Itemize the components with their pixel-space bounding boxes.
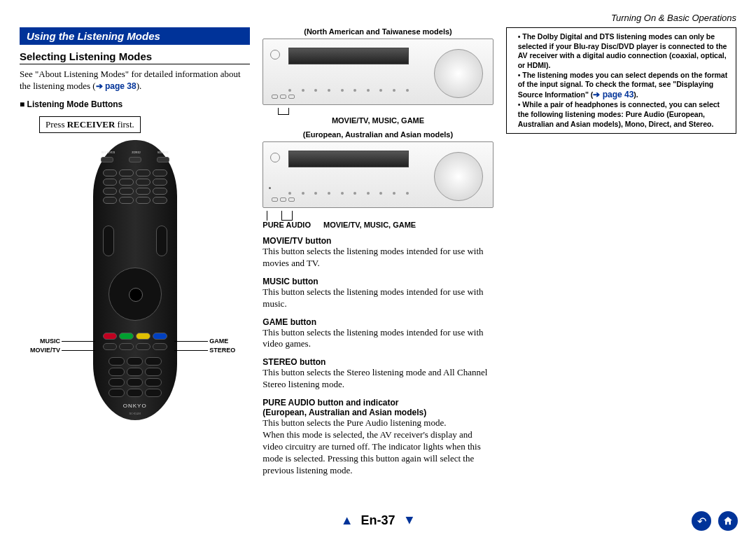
remote-label-music: MUSIC	[20, 338, 60, 345]
panel-eu-label: (European, Australian and Asian models)	[262, 130, 493, 139]
pure-audio-p2: When this mode is selected, the AV recei…	[262, 429, 493, 477]
remote-label-game: GAME	[209, 338, 250, 345]
music-button-text: This button selects the listening modes …	[262, 286, 493, 310]
arrow-icon: ➔	[96, 81, 103, 91]
note-3: While a pair of headphones is connected,…	[518, 100, 720, 127]
front-panel-na	[262, 39, 493, 105]
remote-top-receiver: RECEIVER	[102, 151, 115, 154]
pure-audio-sub: (European, Australian and Asian models)	[262, 408, 493, 417]
remote-model: RC-834M	[93, 412, 177, 415]
front-panel-eu	[262, 141, 493, 208]
listening-mode-buttons-label: ■ Listening Mode Buttons	[20, 99, 250, 109]
note-1: The Dolby Digital and DTS listening mode…	[518, 32, 727, 69]
remote-top-zone2: ZONE2	[132, 151, 141, 154]
stereo-button-text: This button selects the Stereo listening…	[262, 367, 493, 391]
subsection-heading: Selecting Listening Modes	[20, 50, 250, 62]
movietv-button-head: MOVIE/TV button	[262, 236, 493, 246]
game-button-head: GAME button	[262, 317, 493, 327]
panel-eu-caption-right: MOVIE/TV, MUSIC, GAME	[323, 221, 416, 229]
game-button-text: This button selects the listening modes …	[262, 327, 493, 351]
column-2: (North American and Taiwanese models) MO…	[262, 27, 493, 477]
column-1: Using the Listening Modes Selecting List…	[20, 27, 250, 477]
remote-label-stereo: STEREO	[209, 347, 250, 354]
note-2-close: ).	[634, 90, 638, 99]
note-2-link[interactable]: ➔ page 43	[593, 90, 634, 99]
notes-box: The Dolby Digital and DTS listening mode…	[506, 27, 736, 134]
page-number: En-37	[360, 513, 395, 527]
stereo-button-head: STEREO button	[262, 357, 493, 367]
home-icon[interactable]	[718, 511, 738, 531]
page-ref[interactable]: page 38	[105, 81, 136, 91]
callout-pre: Press	[46, 119, 67, 130]
panel-na-label: (North American and Taiwanese models)	[262, 27, 493, 36]
panel-eu-caption-left: PURE AUDIO	[262, 221, 311, 229]
callout-post: first.	[115, 119, 134, 130]
callout-bold: RECEIVER	[67, 119, 115, 130]
back-icon[interactable]: ↶	[692, 511, 711, 531]
chapter-title: Turning On & Basic Operations	[20, 13, 736, 23]
intro-link[interactable]: ➔ page 38	[96, 81, 136, 91]
intro-close: ).	[136, 81, 142, 91]
next-page-icon[interactable]: ▲	[403, 513, 416, 528]
pure-audio-head: PURE AUDIO button and indicator	[262, 398, 493, 408]
press-receiver-callout: Press RECEIVER first.	[39, 116, 141, 133]
remote-logo: ONKYO	[93, 403, 177, 409]
music-button-head: MUSIC button	[262, 277, 493, 286]
prev-page-icon[interactable]: ▲	[341, 513, 354, 528]
page-footer: ▲ En-37 ▲	[0, 513, 756, 528]
column-3: The Dolby Digital and DTS listening mode…	[506, 27, 736, 477]
remote-top-source: SOURCE	[158, 151, 169, 154]
movietv-button-text: This button selects the listening modes …	[262, 246, 493, 270]
note-2-pageref[interactable]: page 43	[603, 90, 634, 99]
pure-audio-p1: This button selects the Pure Audio liste…	[262, 417, 493, 429]
intro-text: See "About Listening Modes" for detailed…	[20, 69, 250, 92]
panel-na-caption: MOVIE/TV, MUSIC, GAME	[262, 116, 493, 125]
remote-label-movietv: MOVIE/TV	[20, 347, 60, 354]
remote-body: RECEIVERZONE2SOURCE	[93, 140, 177, 420]
remote-illustration: RECEIVERZONE2SOURCE	[20, 140, 250, 427]
section-title-bar: Using the Listening Modes	[20, 27, 250, 45]
